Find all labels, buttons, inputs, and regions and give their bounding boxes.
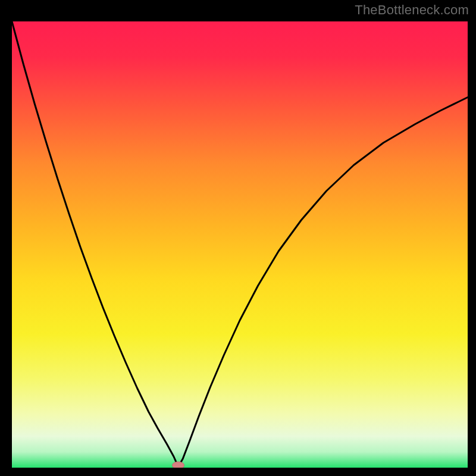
chart-svg — [0, 0, 476, 476]
frame-bottom — [0, 468, 476, 476]
frame-left — [0, 0, 12, 476]
watermark-text: TheBottleneck.com — [355, 2, 469, 18]
frame-right — [468, 0, 476, 476]
frame-top-bar — [0, 19, 476, 21]
chart-stage: TheBottleneck.com — [0, 0, 476, 476]
